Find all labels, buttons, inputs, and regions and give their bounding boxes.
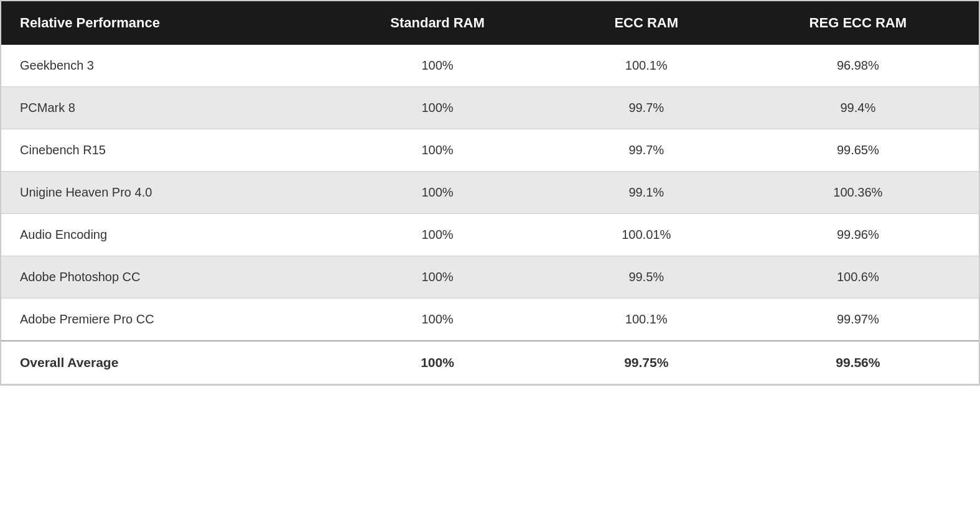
table-footer-row: Overall Average100%99.75%99.56% bbox=[1, 341, 979, 384]
table-row: Geekbench 3100%100.1%96.98% bbox=[1, 45, 979, 87]
table-row: Audio Encoding100%100.01%99.96% bbox=[1, 214, 979, 256]
table-row: Adobe Premiere Pro CC100%100.1%99.97% bbox=[1, 299, 979, 341]
reg-ecc-ram-value: 100.6% bbox=[737, 256, 979, 299]
table-row: Unigine Heaven Pro 4.0100%99.1%100.36% bbox=[1, 172, 979, 214]
ecc-ram-value: 100.01% bbox=[556, 214, 737, 256]
col-header-benchmark: Relative Performance bbox=[1, 1, 319, 45]
standard-ram-value: 100% bbox=[319, 256, 556, 299]
overall-average-label: Overall Average bbox=[1, 341, 319, 384]
overall-standard-ram: 100% bbox=[319, 341, 556, 384]
ecc-ram-value: 99.7% bbox=[556, 129, 737, 172]
standard-ram-value: 100% bbox=[319, 45, 556, 87]
ecc-ram-value: 99.5% bbox=[556, 256, 737, 299]
table-row: Cinebench R15100%99.7%99.65% bbox=[1, 129, 979, 172]
table-row: PCMark 8100%99.7%99.4% bbox=[1, 87, 979, 129]
benchmark-name: Adobe Premiere Pro CC bbox=[1, 299, 319, 341]
standard-ram-value: 100% bbox=[319, 129, 556, 172]
table-row: Adobe Photoshop CC100%99.5%100.6% bbox=[1, 256, 979, 299]
reg-ecc-ram-value: 100.36% bbox=[737, 172, 979, 214]
col-header-reg-ecc-ram: REG ECC RAM bbox=[737, 1, 979, 45]
reg-ecc-ram-value: 96.98% bbox=[737, 45, 979, 87]
benchmark-name: Cinebench R15 bbox=[1, 129, 319, 172]
standard-ram-value: 100% bbox=[319, 214, 556, 256]
col-header-ecc-ram: ECC RAM bbox=[556, 1, 737, 45]
overall-ecc-ram: 99.75% bbox=[556, 341, 737, 384]
performance-table: Relative Performance Standard RAM ECC RA… bbox=[1, 1, 979, 384]
reg-ecc-ram-value: 99.97% bbox=[737, 299, 979, 341]
benchmark-name: PCMark 8 bbox=[1, 87, 319, 129]
benchmark-name: Adobe Photoshop CC bbox=[1, 256, 319, 299]
standard-ram-value: 100% bbox=[319, 172, 556, 214]
standard-ram-value: 100% bbox=[319, 299, 556, 341]
standard-ram-value: 100% bbox=[319, 87, 556, 129]
ecc-ram-value: 100.1% bbox=[556, 45, 737, 87]
overall-reg-ecc-ram: 99.56% bbox=[737, 341, 979, 384]
benchmark-name: Unigine Heaven Pro 4.0 bbox=[1, 172, 319, 214]
ecc-ram-value: 100.1% bbox=[556, 299, 737, 341]
reg-ecc-ram-value: 99.65% bbox=[737, 129, 979, 172]
benchmark-name: Audio Encoding bbox=[1, 214, 319, 256]
reg-ecc-ram-value: 99.4% bbox=[737, 87, 979, 129]
performance-table-container: Relative Performance Standard RAM ECC RA… bbox=[0, 0, 980, 386]
table-header-row: Relative Performance Standard RAM ECC RA… bbox=[1, 1, 979, 45]
ecc-ram-value: 99.7% bbox=[556, 87, 737, 129]
ecc-ram-value: 99.1% bbox=[556, 172, 737, 214]
benchmark-name: Geekbench 3 bbox=[1, 45, 319, 87]
reg-ecc-ram-value: 99.96% bbox=[737, 214, 979, 256]
col-header-standard-ram: Standard RAM bbox=[319, 1, 556, 45]
